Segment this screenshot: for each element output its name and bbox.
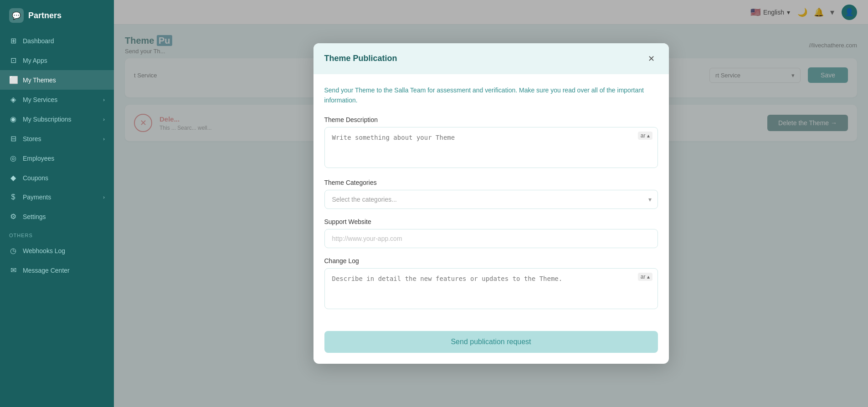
modal-title: Theme Publication xyxy=(324,54,397,63)
sidebar-item-coupons[interactable]: ◆ Coupons xyxy=(0,168,114,188)
payments-icon: $ xyxy=(9,193,17,201)
sidebar-item-my-subscriptions[interactable]: ◉ My Subscriptions › xyxy=(0,109,114,129)
sidebar-item-label: Stores xyxy=(23,135,41,142)
support-website-group: Support Website xyxy=(324,218,658,248)
theme-description-wrapper: ar ▴ xyxy=(324,127,658,170)
theme-description-group: Theme Description ar ▴ xyxy=(324,116,658,170)
theme-description-label: Theme Description xyxy=(324,116,658,123)
chevron-icon: › xyxy=(103,194,105,200)
coupons-icon: ◆ xyxy=(9,173,17,182)
employees-icon: ◎ xyxy=(9,154,17,163)
theme-publication-modal: Theme Publication ✕ Send your Theme to t… xyxy=(313,43,669,364)
sidebar-item-label: Message Center xyxy=(23,267,70,274)
message-icon: ✉ xyxy=(9,266,17,275)
chevron-icon: › xyxy=(103,97,105,102)
sidebar-item-my-apps[interactable]: ⊡ My Apps xyxy=(0,51,114,70)
change-log-wrapper: ar ▴ xyxy=(324,268,658,311)
webhooks-icon: ◷ xyxy=(9,246,17,255)
modal-overlay[interactable]: Theme Publication ✕ Send your Theme to t… xyxy=(114,0,868,407)
sidebar-item-payments[interactable]: $ Payments › xyxy=(0,188,114,207)
sidebar-item-label: Dashboard xyxy=(23,37,54,45)
modal-body: Send your Theme to the Salla Team for as… xyxy=(313,74,669,331)
modal-footer: Send publication request xyxy=(313,331,669,364)
sidebar-item-message-center[interactable]: ✉ Message Center xyxy=(0,260,114,280)
chevron-up-icon: ▴ xyxy=(647,274,650,280)
theme-categories-select[interactable]: Select the categories... xyxy=(324,190,658,209)
theme-categories-label: Theme Categories xyxy=(324,179,658,186)
theme-categories-group: Theme Categories Select the categories..… xyxy=(324,179,658,209)
sidebar-item-my-services[interactable]: ◈ My Services › xyxy=(0,90,114,109)
sidebar: 💬 Partners ⊞ Dashboard ⊡ My Apps ⬜ My Th… xyxy=(0,0,114,407)
services-icon: ◈ xyxy=(9,95,17,104)
sidebar-item-my-themes[interactable]: ⬜ My Themes xyxy=(0,70,114,90)
app-name: Partners xyxy=(28,11,62,20)
sidebar-item-label: My Subscriptions xyxy=(23,116,72,123)
modal-header: Theme Publication ✕ xyxy=(313,43,669,74)
settings-icon: ⚙ xyxy=(9,212,17,221)
change-log-label: Change Log xyxy=(324,257,658,265)
send-publication-button[interactable]: Send publication request xyxy=(324,331,658,353)
sidebar-item-label: Coupons xyxy=(23,174,48,182)
chevron-icon: › xyxy=(103,117,105,122)
sidebar-item-label: Settings xyxy=(23,213,46,220)
sidebar-item-stores[interactable]: ⊟ Stores › xyxy=(0,129,114,148)
sidebar-item-settings[interactable]: ⚙ Settings xyxy=(0,207,114,226)
main-content: 🇺🇸 English ▾ 🌙 🔔 ▾ 👤 Theme Pu Send your … xyxy=(114,0,868,407)
modal-description: Send your Theme to the Salla Team for as… xyxy=(324,85,658,106)
sidebar-item-label: Employees xyxy=(23,155,54,162)
change-log-input[interactable] xyxy=(324,268,658,309)
theme-description-input[interactable] xyxy=(324,127,658,168)
support-website-label: Support Website xyxy=(324,218,658,225)
apps-icon: ⊡ xyxy=(9,56,17,65)
sidebar-item-webhooks-log[interactable]: ◷ Webhooks Log xyxy=(0,241,114,260)
stores-icon: ⊟ xyxy=(9,134,17,143)
modal-close-button[interactable]: ✕ xyxy=(645,52,658,65)
sidebar-item-dashboard[interactable]: ⊞ Dashboard xyxy=(0,31,114,51)
sidebar-item-employees[interactable]: ◎ Employees xyxy=(0,148,114,168)
logo-icon: 💬 xyxy=(9,8,24,23)
sidebar-item-label: Webhooks Log xyxy=(23,247,65,254)
change-log-lang-badge: ar ▴ xyxy=(638,273,652,281)
others-section-label: OTHERS xyxy=(0,226,114,241)
sidebar-nav: ⊞ Dashboard ⊡ My Apps ⬜ My Themes ◈ My S… xyxy=(0,31,114,407)
chevron-icon: › xyxy=(103,136,105,142)
sidebar-item-label: My Services xyxy=(23,96,57,103)
sidebar-item-label: Payments xyxy=(23,193,51,201)
themes-icon: ⬜ xyxy=(9,76,17,84)
change-log-group: Change Log ar ▴ xyxy=(324,257,658,311)
chevron-up-icon: ▴ xyxy=(647,132,650,139)
support-website-input[interactable] xyxy=(324,229,658,248)
sidebar-item-label: My Themes xyxy=(23,76,56,84)
theme-description-lang-badge: ar ▴ xyxy=(638,132,652,140)
theme-categories-wrapper: Select the categories... xyxy=(324,190,658,209)
subscriptions-icon: ◉ xyxy=(9,115,17,123)
sidebar-item-label: My Apps xyxy=(23,57,47,64)
sidebar-logo: 💬 Partners xyxy=(0,0,114,31)
dashboard-icon: ⊞ xyxy=(9,36,17,45)
